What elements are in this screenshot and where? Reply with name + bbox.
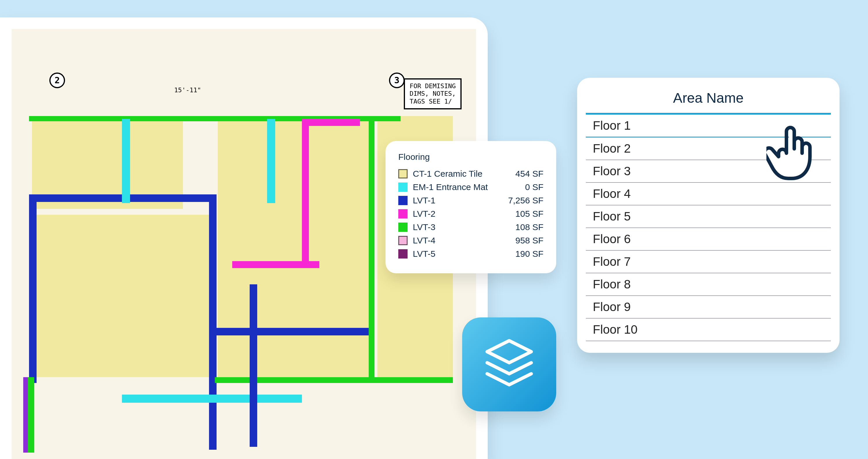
layers-icon <box>482 336 537 393</box>
layers-button[interactable] <box>462 318 556 412</box>
area-item[interactable]: Floor 6 <box>586 228 831 251</box>
grid-bubble-label: 3 <box>394 76 399 85</box>
plan-line <box>209 194 217 450</box>
legend-label: CT-1 Ceramic Tile <box>413 169 510 179</box>
plan-note-line: TAGS SEE 1/ <box>410 98 456 105</box>
legend-rows: CT-1 Ceramic Tile454 SFEM-1 Entrance Mat… <box>398 167 544 261</box>
legend-row[interactable]: EM-1 Entrance Mat0 SF <box>398 181 544 194</box>
plan-line <box>302 119 309 267</box>
legend-value: 108 SF <box>515 222 544 232</box>
legend-value: 0 SF <box>525 182 544 192</box>
legend-swatch <box>398 236 408 245</box>
legend-value: 105 SF <box>515 209 544 219</box>
legend-label: LVT-3 <box>413 222 510 232</box>
room-fill <box>32 215 212 377</box>
grid-bubble: 3 <box>389 72 405 88</box>
legend-row[interactable]: LVT-5190 SF <box>398 247 544 261</box>
legend-title: Flooring <box>398 152 544 162</box>
area-list: Floor 1Floor 2Floor 3Floor 4Floor 5Floor… <box>586 113 831 341</box>
legend-card: Flooring CT-1 Ceramic Tile454 SFEM-1 Ent… <box>385 141 556 273</box>
area-card-title: Area Name <box>586 88 831 113</box>
legend-swatch <box>398 249 408 259</box>
area-item[interactable]: Floor 4 <box>586 183 831 205</box>
legend-value: 454 SF <box>515 169 544 179</box>
legend-label: LVT-1 <box>413 196 503 205</box>
plan-line <box>29 194 37 383</box>
legend-row[interactable]: LVT-3108 SF <box>398 221 544 234</box>
plan-line <box>28 377 34 453</box>
legend-swatch <box>398 209 408 219</box>
plan-line <box>302 119 360 126</box>
legend-row[interactable]: LVT-4958 SF <box>398 234 544 247</box>
legend-value: 190 SF <box>515 249 544 259</box>
room-fill <box>218 116 374 377</box>
legend-label: LVT-5 <box>413 249 510 259</box>
legend-swatch <box>398 223 408 232</box>
grid-bubble: 2 <box>49 72 65 88</box>
plan-line <box>369 119 374 380</box>
grid-bubble-label: 2 <box>55 76 60 85</box>
legend-swatch <box>398 183 408 192</box>
area-item[interactable]: Floor 2 <box>586 137 831 160</box>
legend-swatch <box>398 196 408 205</box>
svg-marker-0 <box>487 340 531 363</box>
area-item[interactable]: Floor 1 <box>586 114 831 137</box>
area-item[interactable]: Floor 3 <box>586 160 831 183</box>
plan-note-line: FOR DEMISING <box>410 83 456 90</box>
area-item[interactable]: Floor 10 <box>586 319 831 341</box>
legend-row[interactable]: CT-1 Ceramic Tile454 SF <box>398 167 544 181</box>
plan-line <box>215 328 369 335</box>
area-name-card: Area Name Floor 1Floor 2Floor 3Floor 4Fl… <box>577 78 840 353</box>
legend-value: 7,256 SF <box>508 196 544 205</box>
area-item[interactable]: Floor 5 <box>586 205 831 228</box>
dimension-text: 15'-11" <box>174 87 201 93</box>
legend-row[interactable]: LVT-17,256 SF <box>398 194 544 207</box>
area-item[interactable]: Floor 9 <box>586 296 831 319</box>
legend-label: LVT-2 <box>413 209 510 219</box>
legend-label: LVT-4 <box>413 236 510 245</box>
legend-row[interactable]: LVT-2105 SF <box>398 207 544 221</box>
plan-line <box>267 119 275 203</box>
plan-note-box: FOR DEMISING DIMS, NOTES, TAGS SEE 1/ <box>404 78 462 109</box>
plan-line <box>122 119 130 203</box>
legend-value: 958 SF <box>515 236 544 245</box>
plan-line <box>250 284 257 447</box>
area-item[interactable]: Floor 8 <box>586 273 831 296</box>
area-item[interactable]: Floor 7 <box>586 251 831 273</box>
plan-note-line: DIMS, NOTES, <box>410 90 456 97</box>
legend-swatch <box>398 169 408 178</box>
plan-line <box>232 261 319 268</box>
plan-line <box>122 395 302 403</box>
legend-label: EM-1 Entrance Mat <box>413 182 520 192</box>
